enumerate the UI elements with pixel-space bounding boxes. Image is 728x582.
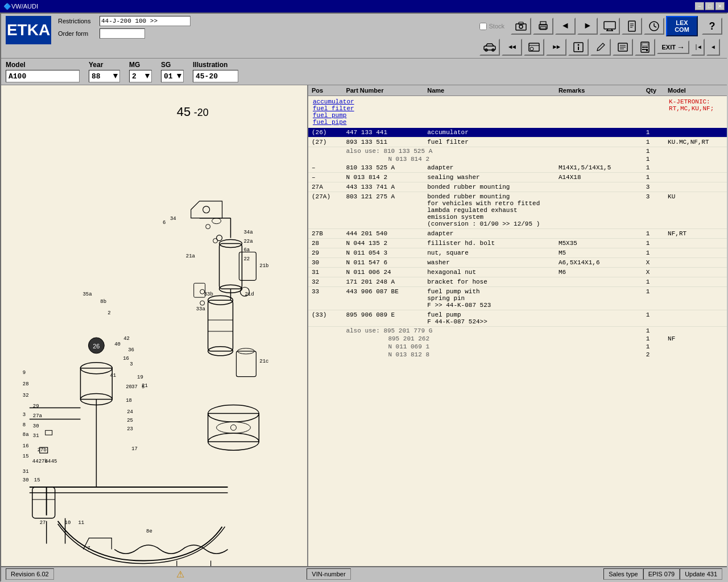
svg-text:21a: 21a — [186, 253, 196, 259]
pencil-icon — [595, 42, 606, 52]
nav-left-button[interactable]: ◄ — [555, 18, 576, 35]
info-button[interactable] — [568, 39, 589, 56]
calc-icon — [640, 41, 650, 53]
stock-checkbox[interactable] — [479, 23, 487, 30]
toolbar-row-top: Stock — [479, 16, 722, 36]
print-button[interactable] — [533, 18, 553, 35]
title-controls: − □ ✕ — [695, 2, 725, 10]
svg-rect-46 — [220, 244, 242, 289]
part-name-31: hexagonal nut — [424, 268, 555, 277]
nav-right-button[interactable]: ► — [577, 18, 598, 35]
model-input[interactable] — [6, 70, 80, 82]
part-row-dash2[interactable]: – N 013 814 2 sealing washer A14X18 1 — [308, 173, 727, 182]
svg-text:9: 9 — [23, 370, 26, 376]
screen-button[interactable] — [599, 18, 620, 35]
svg-text:44: 44 — [32, 459, 39, 464]
nav-right-icon: ► — [585, 21, 590, 31]
part-row-32[interactable]: 32 171 201 248 A bracket for hose 1 — [308, 277, 727, 287]
svg-text:44: 44 — [45, 459, 51, 464]
part-row-33p[interactable]: (33) 895 906 089 E fuel pump F 44-K-087 … — [308, 310, 727, 327]
svg-text:15: 15 — [23, 454, 29, 459]
part-qty-29: 1 — [643, 248, 664, 258]
order-form-input[interactable] — [100, 28, 145, 39]
nav-prev-button[interactable]: ◄◄ — [502, 39, 522, 56]
svg-text:26: 26 — [93, 343, 100, 350]
lexcom-button[interactable]: LEXCOM — [666, 16, 698, 36]
part-name-29: nut, square — [424, 248, 555, 258]
part-pos-27A: 27A — [308, 182, 342, 192]
prev-icon: ◄ — [712, 44, 715, 51]
part-row-33[interactable]: 33 443 906 087 BE fuel pump with spring … — [308, 287, 727, 310]
part-row-27[interactable]: (27) 893 133 511 fuel filter 1 KU.MC,NF,… — [308, 138, 727, 147]
part-row-29[interactable]: 29 N 011 054 3 nut, square M5 1 — [308, 248, 727, 258]
svg-text:8b: 8b — [100, 299, 106, 305]
part-num-dash1: 810 133 525 A — [342, 163, 424, 173]
part-pos-33p: (33) — [308, 310, 342, 327]
part-row-28[interactable]: 28 N 044 135 2 fillister hd. bolt M5X35 … — [308, 239, 727, 248]
intro-link-accumulator[interactable]: accumulator — [313, 98, 660, 105]
clock-button[interactable] — [644, 18, 664, 35]
part-model-31 — [664, 268, 727, 277]
nav-prev-icon: ◄◄ — [508, 44, 516, 51]
prev-button[interactable]: ◄ — [706, 39, 720, 56]
year-group: Year 88 — [89, 61, 120, 82]
part-row-dash1[interactable]: – 810 133 525 A adapter M14X1,5/14X1,5 1 — [308, 163, 727, 173]
restrictions-input[interactable] — [100, 16, 191, 26]
also-use-remarks — [555, 147, 643, 156]
svg-text:19: 19 — [137, 375, 143, 380]
doc-button[interactable] — [622, 18, 642, 35]
car-button[interactable] — [479, 39, 500, 56]
mg-group: MG 2 — [129, 61, 152, 82]
maximize-button[interactable]: □ — [705, 2, 714, 10]
etka-logo: ETKA — [6, 16, 51, 44]
col-header-partnum: Part Number — [342, 85, 424, 96]
part-remarks-28: M5X35 — [555, 239, 643, 248]
nav-illus-button[interactable] — [524, 39, 544, 56]
part-row-27Ap[interactable]: (27A) 803 121 275 A bonded rubber mounti… — [308, 192, 727, 229]
minimize-button[interactable]: − — [695, 2, 704, 10]
part-row-27A[interactable]: 27A 443 133 741 A bonded rubber mounting… — [308, 182, 727, 192]
svg-text:22a: 22a — [243, 239, 253, 244]
year-select[interactable]: 88 — [89, 70, 120, 82]
calc-button[interactable] — [635, 39, 655, 56]
diagram-svg: 45 -20 26 — [1, 85, 307, 566]
part-row-26[interactable]: (26) 447 133 441 accumulator 1 — [308, 128, 727, 138]
first-button[interactable]: |◄ — [691, 39, 705, 56]
sg-select[interactable]: 01 — [161, 70, 184, 82]
list-button[interactable] — [613, 39, 633, 56]
part-qty-27Ap: 3 — [643, 192, 664, 229]
part-row-31[interactable]: 31 N 011 006 24 hexagonal nut M6 X — [308, 268, 727, 277]
part-pos-dash2: – — [308, 173, 342, 182]
part-row-27B[interactable]: 27B 444 201 540 adapter 1 NF,RT — [308, 229, 727, 239]
pencil-button[interactable] — [590, 39, 611, 56]
exit-button[interactable]: EXIT → — [657, 40, 689, 54]
vin-text: VIN-number — [312, 571, 345, 577]
intro-link-fuel-filter[interactable]: fuel filter — [313, 105, 660, 112]
svg-rect-49 — [208, 300, 233, 351]
part-num-27: 893 133 511 — [342, 138, 424, 147]
help-button[interactable]: ? — [702, 18, 722, 35]
svg-text:16: 16 — [123, 356, 129, 361]
part-row-30[interactable]: 30 N 011 547 6 washer A6,5X14X1,6 X — [308, 258, 727, 268]
main-window: ETKA Restrictions Order form Stock — [0, 13, 728, 582]
svg-text:21d: 21d — [245, 292, 254, 297]
camera-button[interactable] — [511, 18, 531, 35]
also-use-text: also use: 810 133 525 A — [342, 147, 555, 156]
svg-rect-140 — [32, 487, 55, 518]
illustration-group: Illustration — [193, 61, 238, 82]
illustration-input[interactable] — [193, 70, 238, 82]
part-model-27B: NF,RT — [664, 229, 727, 239]
nav-next-button[interactable]: ►► — [546, 39, 566, 56]
part-name-30: washer — [424, 258, 555, 268]
intro-link-fuel-pipe[interactable]: fuel pipe — [313, 119, 660, 126]
svg-rect-72 — [236, 351, 256, 377]
close-button[interactable]: ✕ — [715, 2, 725, 10]
part-num-30: N 011 547 6 — [342, 258, 424, 268]
part-model-dash2 — [664, 173, 727, 182]
part-pos-26: (26) — [308, 128, 342, 138]
intro-link-fuel-pump[interactable]: fuel pump — [313, 112, 660, 119]
part-name-26: accumulator — [424, 128, 555, 138]
mg-select[interactable]: 2 — [129, 70, 152, 82]
part-qty-28: 1 — [643, 239, 664, 248]
part-qty-26: 1 — [643, 128, 664, 138]
